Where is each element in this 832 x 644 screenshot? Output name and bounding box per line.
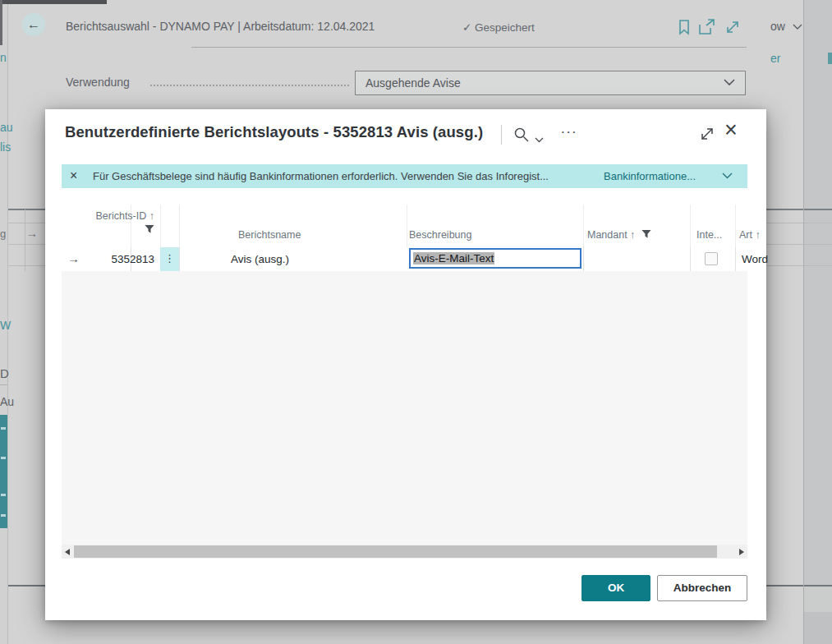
header-divider [191,47,747,48]
open-in-window-icon[interactable] [698,19,715,35]
cell-berichtsname[interactable]: Avis (ausg.) [231,253,289,265]
dialog-title: Benutzerdefinierte Berichtslayouts - 535… [65,123,483,141]
edge-text-fragment: g [0,228,6,240]
notification-bar: × Für Geschäftsbelege sind häufig Bankin… [62,164,747,188]
bookmark-icon[interactable] [676,19,692,35]
edge-text-fragment: lis [0,140,11,154]
edge-row-indicator-fragment: → [26,227,38,240]
edge-text-fragment: n [0,51,7,64]
edge-text-fragment: er [770,52,780,65]
column-header-mandant[interactable]: Mandant ↑ [587,229,651,241]
label-dotted-leader [150,76,349,86]
table-header: Berichts-ID ↑ Berichtsname Beschreibung … [62,200,747,248]
edge-text-fragment: D [0,366,9,380]
filter-funnel-icon [641,229,651,239]
ok-button[interactable]: OK [581,575,650,601]
expand-page-icon[interactable] [724,19,741,35]
search-chevron-icon[interactable] [535,131,544,146]
column-header-art[interactable]: Art ↑ [739,229,761,241]
usage-field-label: Verwendung [66,76,130,89]
custom-report-layouts-dialog: Benutzerdefinierte Berichtslayouts - 535… [45,109,766,620]
row-context-menu-button[interactable]: ⋮ [160,247,179,271]
column-header-mandant-label: Mandant ↑ [587,229,635,241]
expand-dialog-icon[interactable] [699,126,715,145]
filter-funnel-icon [145,224,154,234]
column-separator [179,205,180,247]
background-panel-divider [803,0,804,644]
search-icon[interactable] [513,126,530,146]
cell-art[interactable]: Word [742,253,768,265]
background-right-panel [803,0,832,585]
edge-divider-fragment [0,384,7,385]
edge-text-fragment: Au [0,395,14,408]
cell-separator [735,247,736,271]
background-nav-text-mark [1,514,6,517]
cell-berichts-id[interactable]: 5352813 [84,253,154,265]
usage-select[interactable]: Ausgehende Avise [355,71,746,95]
column-header-beschreibung[interactable]: Beschreibung [409,229,471,241]
screen: n au lis g → W D Au er ← Berichtsauswahl… [0,0,832,644]
background-text-sliver [828,53,832,64]
background-window-edge [0,0,107,4]
cell-separator [179,247,180,271]
edge-text-fragment: au [0,121,13,134]
chevron-down-icon [724,79,735,86]
background-right-block [803,585,832,612]
notification-action-link[interactable]: Bankinformatione... [604,170,696,182]
horizontal-scrollbar[interactable] [62,545,747,559]
back-button[interactable]: ← [22,13,45,36]
scroll-right-arrow-icon[interactable] [739,549,744,555]
column-separator [160,205,161,247]
column-separator [690,205,691,247]
column-header-inte[interactable]: Inte... [696,229,722,241]
window-menu-fragment[interactable]: ow [770,20,802,33]
more-options-button[interactable]: ... [561,121,577,137]
edge-text-fragment: W [0,319,11,332]
active-row-indicator-icon: → [67,251,80,265]
column-separator [583,205,584,247]
column-separator [407,205,407,247]
column-header-berichtsname[interactable]: Berichtsname [238,229,301,241]
background-table-vline [25,209,25,271]
beschreibung-input[interactable]: Avis-E-Mail-Text [409,248,581,269]
vertical-ellipsis-icon: ⋮ [164,252,175,264]
background-nav-text-mark [1,494,6,496]
background-nav-text-mark [1,457,6,459]
window-menu-label: ow [770,20,785,33]
cancel-button[interactable]: Abbrechen [657,575,747,601]
cell-separator [690,247,691,271]
dismiss-notification-icon[interactable]: × [70,168,77,183]
back-arrow-icon: ← [27,17,40,31]
background-nav-text-mark [1,427,6,430]
close-dialog-button[interactable]: × [724,118,738,141]
table-row[interactable]: → 5352813 ⋮ Avis (ausg.) Avis-E-Mail-Tex… [62,247,747,272]
caption-divider [501,125,502,145]
page-title: Berichtsauswahl - DYNAMO PAY | Arbeitsda… [66,20,375,33]
column-header-berichts-id[interactable]: Berichts-ID ↑ [84,210,154,222]
scrollbar-thumb[interactable] [74,545,717,558]
column-separator [735,205,736,247]
notification-message: Für Geschäftsbelege sind häufig Bankinfo… [93,170,549,182]
beschreibung-selected-text: Avis-E-Mail-Text [413,252,494,264]
column-filter-berichts-id[interactable] [84,224,154,236]
notification-chevron-icon[interactable] [722,172,733,179]
background-selected-nav-item [0,415,7,528]
scroll-left-arrow-icon[interactable] [65,549,70,555]
cell-separator [583,247,584,271]
background-right-block-lower [803,612,832,644]
inte-checkbox[interactable] [705,252,718,265]
background-window-edge-left [0,0,2,45]
usage-select-value: Ausgehende Avise [365,76,461,90]
table-empty-area [62,271,747,545]
saved-status: ✓ Gespeichert [462,21,535,34]
chevron-down-icon [793,24,802,30]
